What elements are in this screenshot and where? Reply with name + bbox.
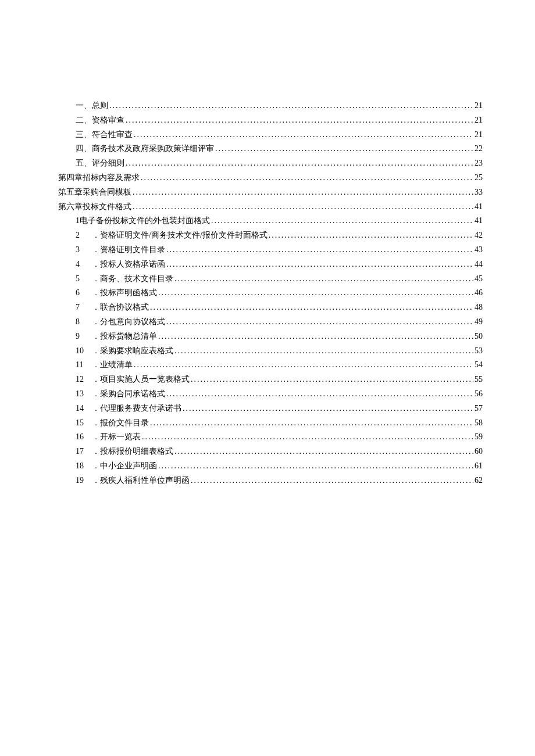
toc-leader-dots <box>133 200 473 214</box>
toc-page-number: 59 <box>475 430 483 444</box>
toc-title: 分包意向协议格式 <box>100 315 165 329</box>
toc-entry: 第六章投标文件格式41 <box>58 200 483 214</box>
toc-separator: ． <box>92 286 100 300</box>
toc-separator: ． <box>92 272 100 286</box>
toc-page-number: 33 <box>475 185 483 199</box>
toc-number: 13 <box>76 387 92 401</box>
toc-page-number: 48 <box>475 300 483 314</box>
toc-separator: ． <box>92 372 100 386</box>
toc-leader-dots <box>166 315 473 329</box>
toc-leader-dots <box>166 257 473 271</box>
toc-page-number: 21 <box>475 113 483 127</box>
toc-page-number: 58 <box>475 416 483 430</box>
toc-page-number: 44 <box>475 257 483 271</box>
toc-leader-dots <box>134 128 473 142</box>
toc-leader-dots <box>191 372 473 386</box>
toc-page-number: 41 <box>475 200 483 214</box>
toc-number: 15 <box>76 416 92 430</box>
toc-title: 第五章采购合同模板 <box>58 185 131 199</box>
toc-separator: ． <box>92 344 100 358</box>
toc-entry: 12．项目实施人员一览表格式55 <box>58 372 483 386</box>
toc-entry: 10．采购要求响应表格式53 <box>58 344 483 358</box>
toc-entry: 5．商务、技术文件目录45 <box>58 272 483 286</box>
toc-number: 7 <box>76 300 92 314</box>
toc-separator: ． <box>92 315 100 329</box>
toc-number: 19 <box>76 474 92 488</box>
toc-separator: ． <box>92 474 100 488</box>
toc-number: 12 <box>76 372 92 386</box>
toc-leader-dots <box>109 99 473 113</box>
toc-title: 代理服务费支付承诺书 <box>100 402 181 415</box>
toc-leader-dots <box>215 142 473 156</box>
toc-separator: ． <box>92 243 100 257</box>
toc-title: 项目实施人员一览表格式 <box>100 372 190 386</box>
toc-title: 符合性审查 <box>92 128 133 142</box>
toc-number: 五、 <box>76 156 92 170</box>
toc-entry: 6．投标声明函格式46 <box>58 286 483 300</box>
toc-leader-dots <box>158 459 473 473</box>
toc-title: 投标人资格承诺函 <box>100 257 165 271</box>
toc-page-number: 45 <box>475 272 483 286</box>
toc-title: 投标报价明细表格式 <box>100 445 173 458</box>
toc-leader-dots <box>126 113 473 127</box>
toc-page-number: 53 <box>475 344 483 358</box>
toc-page-number: 21 <box>475 128 483 142</box>
toc-leader-dots <box>269 228 473 242</box>
toc-leader-dots <box>166 387 473 401</box>
toc-leader-dots <box>134 358 473 372</box>
toc-entry: 3．资格证明文件目录43 <box>58 243 483 257</box>
toc-title: 开标一览表 <box>100 430 141 444</box>
toc-title: 业绩清单 <box>100 358 133 372</box>
toc-number: 14 <box>76 402 92 415</box>
toc-title: 采购要求响应表格式 <box>100 344 173 358</box>
toc-leader-dots <box>142 430 473 444</box>
toc-entry: 15．报价文件目录58 <box>58 416 483 430</box>
toc-leader-dots <box>166 243 473 257</box>
toc-title: 商务技术及政府采购政策详细评审 <box>92 142 214 156</box>
toc-title: 总则 <box>92 99 108 113</box>
toc-page-number: 41 <box>475 214 483 228</box>
toc-number: 11 <box>76 358 92 372</box>
toc-leader-dots <box>158 286 473 300</box>
toc-leader-dots <box>158 329 473 343</box>
toc-page-number: 54 <box>475 358 483 372</box>
toc-entry: 14．代理服务费支付承诺书57 <box>58 402 483 415</box>
toc-number: 一、 <box>76 99 92 113</box>
toc-entry: 9．投标货物总清单50 <box>58 329 483 343</box>
toc-entry: 五、评分细则23 <box>58 156 483 170</box>
toc-separator: ． <box>92 228 100 242</box>
toc-leader-dots <box>174 272 473 286</box>
toc-separator: ． <box>92 445 100 458</box>
toc-leader-dots <box>183 402 473 415</box>
toc-number: 3 <box>76 243 92 257</box>
toc-leader-dots <box>174 344 473 358</box>
toc-entry: 一、总则21 <box>58 99 483 113</box>
toc-leader-dots <box>191 474 473 488</box>
toc-separator: ． <box>92 358 100 372</box>
toc-entry: 三、符合性审查21 <box>58 128 483 142</box>
toc-separator: ． <box>92 300 100 314</box>
toc-number: 5 <box>76 272 92 286</box>
toc-number: 18 <box>76 459 92 473</box>
toc-leader-dots <box>211 214 473 228</box>
toc-leader-dots <box>126 156 473 170</box>
toc-number: 17 <box>76 445 92 458</box>
toc-entry: 第五章采购合同模板33 <box>58 185 483 199</box>
toc-entry: 8．分包意向协议格式49 <box>58 315 483 329</box>
toc-title: 残疾人福利性单位声明函 <box>100 474 190 488</box>
table-of-contents: 一、总则21二、资格审查21三、符合性审查21四、商务技术及政府采购政策详细评审… <box>58 99 483 488</box>
toc-separator: ． <box>92 430 100 444</box>
toc-entry: 11．业绩清单 54 <box>58 358 483 372</box>
toc-entry: 17．投标报价明细表格式60 <box>58 445 483 458</box>
toc-title: 评分细则 <box>92 156 124 170</box>
toc-title: 资格证明文件目录 <box>100 243 165 257</box>
toc-title: 第四章招标内容及需求 <box>58 171 140 185</box>
toc-separator: ． <box>92 416 100 430</box>
toc-title: 资格审查 <box>92 113 124 127</box>
toc-number: 4 <box>76 257 92 271</box>
toc-page-number: 61 <box>475 459 483 473</box>
toc-entry: 13．采购合同承诺格式56 <box>58 387 483 401</box>
toc-title: 商务、技术文件目录 <box>100 272 173 286</box>
toc-number: 8 <box>76 315 92 329</box>
toc-page-number: 22 <box>475 142 483 156</box>
